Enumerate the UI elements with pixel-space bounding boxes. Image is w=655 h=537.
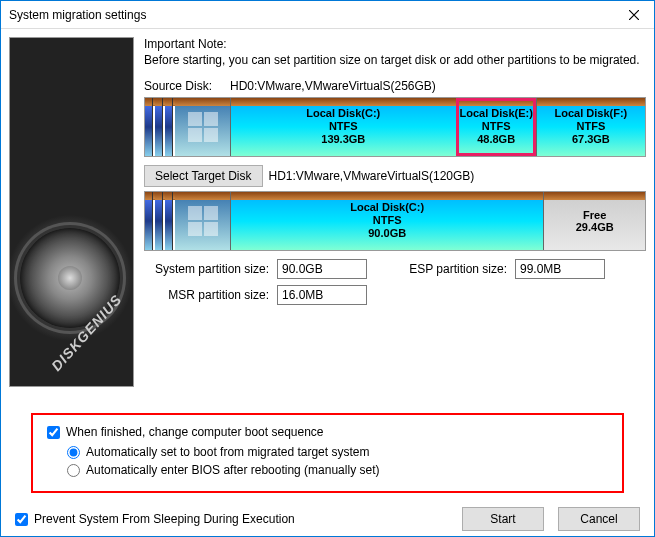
system-partition-size-input[interactable] — [277, 259, 367, 279]
msr-partition-size-input[interactable] — [277, 285, 367, 305]
auto-boot-label: Automatically set to boot from migrated … — [86, 445, 369, 459]
enter-bios-label: Automatically enter BIOS after rebooting… — [86, 463, 379, 477]
reserved-partition — [155, 98, 163, 156]
esp-partition-size-input[interactable] — [515, 259, 605, 279]
auto-boot-radio[interactable] — [67, 446, 80, 459]
change-boot-sequence-label: When finished, change computer boot sequ… — [66, 425, 324, 439]
windows-icon — [188, 206, 218, 236]
target-disk-name: HD1:VMware,VMwareVirtualS(120GB) — [269, 169, 475, 183]
reserved-partition — [165, 98, 173, 156]
target-free-space[interactable]: Free 29.4GB — [543, 192, 645, 250]
brand-image: DISKGENIUS — [9, 37, 134, 387]
target-partition-c[interactable]: Local Disk(C:) NTFS 90.0GB — [230, 192, 543, 250]
esp-partition-size-label: ESP partition size: — [397, 262, 507, 276]
source-partition-f[interactable]: Local Disk(F:) NTFS 67.3GB — [536, 98, 645, 156]
prevent-sleep-checkbox[interactable] — [15, 513, 28, 526]
source-partition-c[interactable]: Local Disk(C:) NTFS 139.3GB — [230, 98, 456, 156]
window-title: System migration settings — [9, 8, 146, 22]
titlebar: System migration settings — [1, 1, 654, 29]
msr-partition-size-label: MSR partition size: — [144, 288, 269, 302]
close-icon — [629, 10, 639, 20]
reserved-partition — [145, 98, 153, 156]
system-partition — [175, 192, 230, 250]
source-disk-bar[interactable]: Local Disk(C:) NTFS 139.3GB Local Disk(E… — [144, 97, 646, 157]
windows-icon — [188, 112, 218, 142]
note-title: Important Note: — [144, 37, 646, 51]
cancel-button[interactable]: Cancel — [558, 507, 640, 531]
reserved-partition — [165, 192, 173, 250]
system-partition-size-label: System partition size: — [144, 262, 269, 276]
source-partition-e[interactable]: Local Disk(E:) NTFS 48.8GB — [456, 98, 536, 156]
boot-sequence-box: When finished, change computer boot sequ… — [31, 413, 624, 493]
system-partition — [175, 98, 230, 156]
close-button[interactable] — [614, 1, 654, 29]
target-disk-bar[interactable]: Local Disk(C:) NTFS 90.0GB Free 29.4GB — [144, 191, 646, 251]
select-target-disk-button[interactable]: Select Target Disk — [144, 165, 263, 187]
reserved-partition — [145, 192, 153, 250]
start-button[interactable]: Start — [462, 507, 544, 531]
source-disk-label: Source Disk: — [144, 79, 224, 93]
enter-bios-radio[interactable] — [67, 464, 80, 477]
note-body: Before starting, you can set partition s… — [144, 53, 646, 69]
prevent-sleep-label: Prevent System From Sleeping During Exec… — [34, 512, 295, 526]
change-boot-sequence-checkbox[interactable] — [47, 426, 60, 439]
brand-text: DISKGENIUS — [48, 291, 125, 374]
reserved-partition — [155, 192, 163, 250]
source-disk-name: HD0:VMware,VMwareVirtualS(256GB) — [230, 79, 436, 93]
